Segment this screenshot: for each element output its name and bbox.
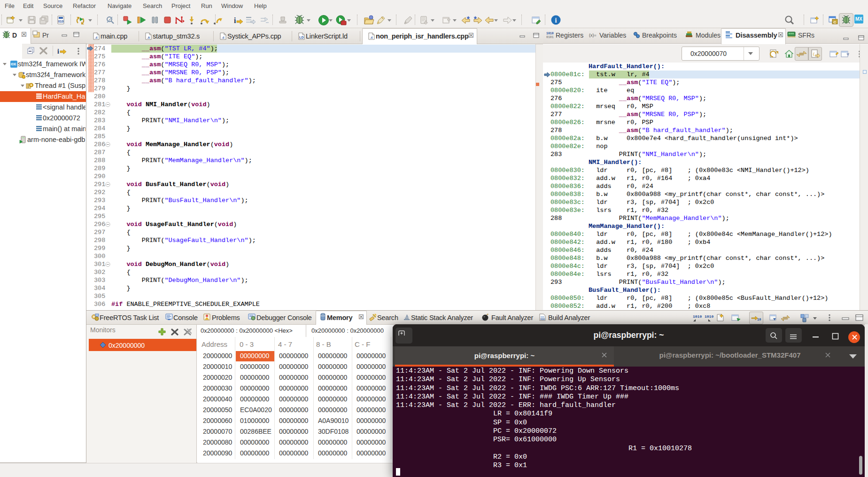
svg-text:i: i: [234, 16, 236, 24]
svg-text:0101: 0101: [546, 36, 554, 39]
svg-text:LD: LD: [299, 36, 303, 39]
svg-text:10: 10: [757, 318, 761, 321]
svg-text:.c: .c: [222, 36, 225, 39]
svg-text:.c: .c: [95, 36, 98, 39]
svg-text:1010: 1010: [546, 32, 554, 35]
svg-text:C: C: [834, 20, 837, 24]
svg-text:010: 010: [58, 20, 64, 23]
svg-text:010: 010: [540, 318, 544, 321]
svg-text:1010: 1010: [705, 314, 713, 319]
svg-text:.s: .s: [147, 36, 150, 39]
svg-text:i: i: [555, 17, 557, 24]
svg-text:.c: .c: [370, 36, 373, 39]
svg-text:(x)=: (x)=: [589, 33, 597, 38]
svg-text:1010: 1010: [693, 314, 702, 319]
svg-text:i: i: [57, 48, 59, 55]
